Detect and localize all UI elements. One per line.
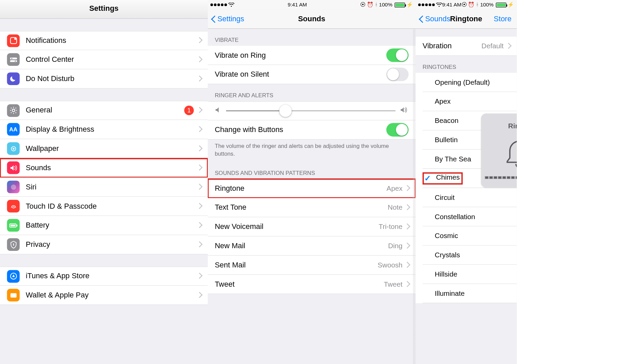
row-label: Ringtone: [215, 184, 387, 193]
status-bar: 9:41 AM ⦿ ⏰ ᚼ 100% ⚡: [416, 0, 517, 9]
display-icon: AA: [7, 123, 20, 135]
change-with-buttons-row[interactable]: Change with Buttons: [208, 121, 416, 140]
hud-title: Ringer: [508, 122, 517, 130]
settings-row-wallpaper[interactable]: Wallpaper: [0, 139, 208, 158]
settings-row-general[interactable]: General1: [0, 101, 208, 120]
ringtone-item[interactable]: Constellation: [416, 207, 517, 227]
row-label: Wallet & Apple Pay: [26, 291, 197, 300]
ringtone-item[interactable]: Opening (Default): [416, 73, 517, 92]
vibration-row[interactable]: Vibration Default: [416, 37, 517, 56]
sound-row-sentmail[interactable]: Sent MailSwoosh: [208, 256, 416, 275]
settings-row-notifications[interactable]: Notifications: [0, 31, 208, 50]
volume-low-icon: [215, 107, 222, 115]
chevron-right-icon: [197, 76, 201, 81]
vibrate-on-ring-row[interactable]: Vibrate on Ring: [208, 46, 416, 65]
sound-row-tweet[interactable]: TweetTweet: [208, 275, 416, 294]
volume-slider[interactable]: [226, 110, 395, 111]
sound-row-voicemail[interactable]: New VoicemailTri-tone: [208, 217, 416, 237]
row-label: Tweet: [215, 280, 384, 289]
row-label: Vibrate on Ring: [215, 51, 387, 60]
row-label: Text Tone: [215, 203, 388, 212]
row-label: Sent Mail: [215, 261, 378, 269]
svg-rect-11: [10, 225, 15, 226]
navbar-title: Sounds: [298, 15, 325, 23]
settings-row-wallet[interactable]: Wallet & Apple Pay: [0, 286, 208, 305]
back-button[interactable]: Sounds: [418, 15, 450, 23]
page-title: Settings: [0, 0, 208, 19]
ringtone-label: Cosmic: [435, 232, 458, 240]
appstore-icon: [7, 270, 20, 282]
settings-row-touchid[interactable]: Touch ID & Passcode: [0, 197, 208, 216]
row-detail: Apex: [387, 185, 402, 192]
wifi-icon: [436, 3, 442, 7]
settings-row-sounds[interactable]: Sounds: [0, 158, 208, 178]
svg-rect-3: [10, 60, 17, 62]
control-center-icon: [7, 53, 20, 66]
svg-point-5: [15, 60, 16, 61]
settings-row-privacy[interactable]: Privacy: [0, 235, 208, 254]
signal-dots-icon: [418, 3, 435, 6]
ringtone-item[interactable]: Apex: [416, 92, 517, 111]
back-button[interactable]: Settings: [210, 15, 244, 23]
settings-row-control-center[interactable]: Control Center: [0, 50, 208, 70]
lock-icon: ⦿: [360, 2, 366, 8]
row-label: Notifications: [26, 36, 197, 45]
battery-percent: 100%: [480, 2, 494, 8]
store-button[interactable]: Store: [494, 15, 512, 23]
volume-slider-row[interactable]: [208, 101, 416, 121]
chevron-right-icon: [197, 242, 201, 247]
svg-point-4: [11, 58, 12, 59]
svg-rect-2: [10, 57, 17, 59]
status-bar: 9:41 AM ⦿ ⏰ ᚼ 100% ⚡: [208, 0, 416, 9]
back-label: Sounds: [425, 15, 450, 23]
chevron-right-icon: [197, 165, 201, 171]
chevron-right-icon: [197, 223, 201, 228]
sounds-icon: [7, 161, 20, 174]
vibrate-on-ring-switch[interactable]: [386, 48, 408, 62]
settings-row-battery[interactable]: Battery: [0, 216, 208, 235]
badge: 1: [184, 106, 194, 115]
row-label: New Mail: [215, 241, 388, 250]
battery-icon: [496, 2, 506, 7]
vibrate-on-silent-row[interactable]: Vibrate on Silent: [208, 65, 416, 84]
bluetooth-icon: ᚼ: [476, 2, 479, 8]
ringtone-item[interactable]: Cosmic: [416, 227, 517, 246]
row-label: New Voicemail: [215, 222, 379, 231]
chevron-right-icon: [405, 205, 408, 210]
ringtone-label: Chimes: [436, 174, 460, 183]
sound-row-newmail[interactable]: New MailDing: [208, 236, 416, 256]
sound-row-texttone[interactable]: Text ToneNote: [208, 198, 416, 217]
sounds-panel: 9:41 AM ⦿ ⏰ ᚼ 100% ⚡ Settings Sounds Vib…: [208, 0, 416, 364]
chevron-right-icon: [197, 127, 201, 132]
row-detail: Swoosh: [378, 261, 403, 269]
lock-icon: ⦿: [462, 2, 467, 8]
settings-row-siri[interactable]: Siri: [0, 178, 208, 197]
sound-row-ringtone[interactable]: RingtoneApex: [208, 179, 416, 198]
touchid-icon: [7, 200, 20, 212]
status-time: 9:41 AM: [288, 2, 307, 8]
ringtone-label: Hillside: [435, 270, 457, 278]
status-time: 9:41 AM: [442, 2, 462, 8]
ringtone-item[interactable]: Illuminate: [416, 284, 517, 303]
row-label: iTunes & App Store: [26, 272, 197, 281]
hud-volume-bars: [485, 176, 517, 179]
settings-row-dnd[interactable]: Do Not Disturb: [0, 69, 208, 88]
back-label: Settings: [217, 15, 244, 23]
settings-row-display[interactable]: AADisplay & Brightness: [0, 120, 208, 139]
settings-panel: Settings NotificationsControl CenterDo N…: [0, 0, 208, 364]
ringtone-label: Apex: [435, 98, 451, 105]
ringtone-item[interactable]: Hillside: [416, 265, 517, 284]
notifications-icon: [7, 34, 20, 47]
alarm-icon: ⏰: [367, 2, 373, 8]
charging-icon: ⚡: [507, 2, 514, 8]
row-detail: Note: [388, 204, 403, 211]
ringtone-item[interactable]: Crystals: [416, 245, 517, 265]
settings-row-appstore[interactable]: iTunes & App Store: [0, 266, 208, 286]
change-with-buttons-switch[interactable]: [386, 123, 408, 136]
vibrate-on-silent-switch[interactable]: [386, 68, 408, 81]
chevron-left-icon: [418, 15, 424, 23]
siri-icon: [7, 181, 20, 193]
ringtone-label: Crystals: [435, 251, 460, 259]
ringtone-item[interactable]: Circuit: [416, 188, 517, 207]
scrollbar[interactable]: [413, 29, 416, 364]
